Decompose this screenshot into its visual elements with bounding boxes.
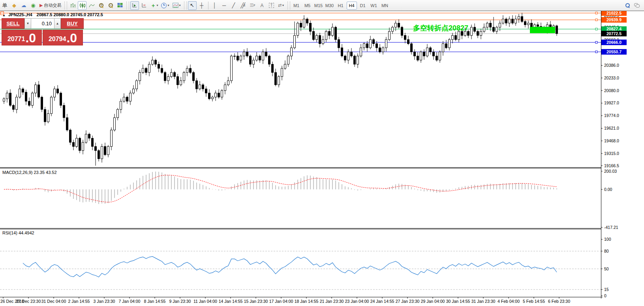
- candle-body: [174, 72, 176, 76]
- candle-body: [186, 68, 188, 72]
- auto-scroll-icon[interactable]: [130, 1, 139, 10]
- candle-body: [167, 77, 169, 81]
- date-label: 6 Feb 23:30: [548, 299, 570, 304]
- toolbar-separator: [208, 2, 208, 9]
- candle-body: [237, 56, 239, 60]
- arrows-button[interactable]: ⇄▾: [277, 1, 285, 10]
- buy-price-button[interactable]: 20794 .0: [43, 30, 83, 45]
- candle-body: [51, 97, 53, 114]
- collapse-icon[interactable]: ▲: [2, 13, 6, 17]
- cursor-icon[interactable]: ↖: [188, 1, 197, 10]
- tf-button-m30[interactable]: M30: [325, 2, 335, 9]
- market-watch-icon[interactable]: ◆: [10, 1, 19, 10]
- candle-body: [512, 19, 514, 23]
- zoom-in-icon[interactable]: +: [97, 1, 105, 10]
- chevron-down-icon: ▾: [282, 4, 284, 7]
- tf-button-h1[interactable]: H1: [336, 2, 346, 9]
- line-chart-icon[interactable]: [87, 1, 96, 10]
- candle-body: [496, 27, 498, 31]
- candle-body: [505, 19, 507, 23]
- candle-body: [303, 19, 305, 27]
- candle-body: [177, 77, 179, 85]
- vertical-line-icon[interactable]: │: [210, 1, 219, 10]
- candle-body: [19, 89, 21, 97]
- channel-icon[interactable]: ╱╱E: [239, 1, 248, 10]
- sell-price-button[interactable]: 20771 .0: [2, 30, 42, 45]
- rsi-tick-label: 50: [604, 266, 609, 271]
- volume-down-button[interactable]: ▼: [24, 18, 31, 29]
- candle-body: [509, 19, 511, 23]
- volume-up-button[interactable]: ▲: [54, 18, 61, 29]
- candle-body: [401, 27, 403, 36]
- candle-body: [379, 48, 381, 52]
- horizontal-line-icon[interactable]: ─: [220, 1, 229, 10]
- tf-button-mn[interactable]: MN: [380, 2, 390, 9]
- candle-body: [360, 48, 362, 56]
- fibonacci-icon[interactable]: ☰F: [248, 1, 257, 10]
- community-icon[interactable]: ☁: [19, 1, 28, 10]
- new-order-button[interactable]: 单: [0, 1, 9, 10]
- candle-body: [13, 105, 15, 109]
- text-icon[interactable]: A: [258, 1, 267, 10]
- level-handle: [595, 51, 597, 53]
- candle-body: [9, 93, 11, 105]
- tf-button-m5[interactable]: M5: [302, 2, 313, 9]
- text-label-icon[interactable]: T: [267, 1, 276, 10]
- bar-chart-icon[interactable]: [68, 1, 77, 10]
- candle-body: [354, 56, 356, 64]
- candle-body: [66, 118, 68, 130]
- candle-body: [411, 43, 413, 52]
- date-label: 23 Jan 04:00: [345, 299, 369, 304]
- date-label: 11 Jan 04:00: [193, 299, 217, 304]
- chart-canvas[interactable]: 20993.520845.020692.020539.020386.020233…: [0, 0, 644, 306]
- candlestick-chart-icon[interactable]: [78, 1, 86, 10]
- toolbar-grip: [184, 2, 187, 9]
- candle-body: [16, 97, 18, 110]
- macd-signal-line: [4, 175, 557, 202]
- candle-body: [329, 31, 330, 35]
- periods-button[interactable]: ▾: [160, 1, 170, 10]
- rsi-indicator-label: RSI(14) 44.4942: [2, 230, 34, 235]
- indicators-button[interactable]: ＋▾: [149, 1, 159, 10]
- tf-button-w1[interactable]: W1: [369, 2, 379, 9]
- sell-button[interactable]: SELL: [2, 18, 24, 29]
- clock-icon: [161, 3, 167, 8]
- candle-body: [3, 99, 5, 101]
- crosshair-icon[interactable]: ┼: [197, 1, 206, 10]
- candle-body: [452, 36, 454, 40]
- candle-body: [142, 68, 144, 72]
- candle-body: [196, 81, 198, 89]
- candle-body: [120, 101, 122, 110]
- search-icon[interactable]: [623, 1, 632, 10]
- candle-body: [385, 40, 387, 48]
- candle-body: [111, 130, 113, 147]
- tile-windows-icon[interactable]: [116, 1, 124, 10]
- buy-button[interactable]: BUY: [61, 18, 84, 29]
- autotrading-button[interactable]: ▶ 自动交易: [38, 1, 62, 10]
- trendline-icon[interactable]: ╱: [229, 1, 238, 10]
- candle-body: [28, 101, 30, 105]
- tf-button-m15[interactable]: M15: [314, 2, 324, 9]
- candle-body: [190, 68, 192, 72]
- price-tick-label: 20386.0: [604, 63, 619, 68]
- signals-icon[interactable]: ◉: [29, 1, 38, 10]
- candle-body: [41, 97, 43, 110]
- candle-body: [221, 91, 223, 97]
- zoom-out-icon[interactable]: −: [106, 1, 115, 10]
- templates-button[interactable]: ▾: [171, 1, 182, 10]
- macd-tick-label: 0.00: [604, 187, 612, 192]
- tf-button-h4[interactable]: H4: [347, 2, 357, 9]
- tf-button-m1[interactable]: M1: [291, 2, 302, 9]
- chat-icon[interactable]: [633, 1, 641, 10]
- candle-body: [521, 17, 523, 21]
- toolbar-grip: [287, 2, 290, 9]
- candle-body: [259, 56, 261, 60]
- candle-body: [107, 146, 109, 155]
- chart-ohlc-values: 20867.5 20880.0 20745.0 20772.5: [37, 12, 103, 17]
- candle-body: [243, 52, 245, 56]
- candle-body: [101, 146, 103, 159]
- chart-shift-icon[interactable]: [140, 1, 148, 10]
- volume-input[interactable]: 0.10: [31, 18, 54, 29]
- tf-button-d1[interactable]: D1: [358, 2, 368, 9]
- candle-body: [240, 56, 242, 60]
